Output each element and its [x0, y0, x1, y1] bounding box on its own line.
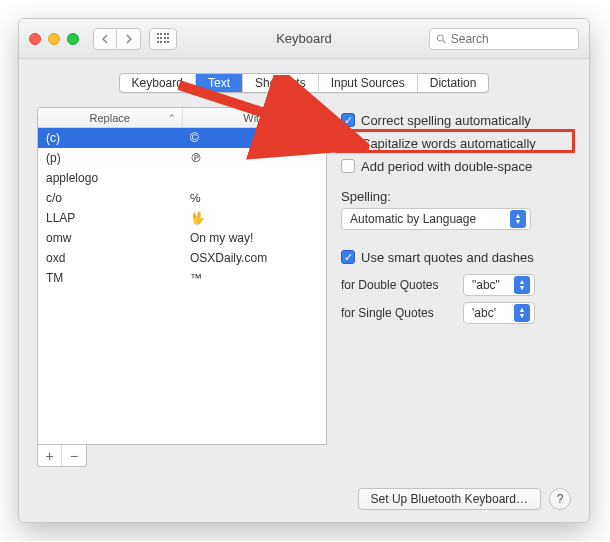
tab-input-sources[interactable]: Input Sources	[319, 74, 418, 92]
capitalize-label: Capitalize words automatically	[361, 136, 536, 151]
tab-bar: Keyboard Text Shortcuts Input Sources Di…	[19, 73, 589, 93]
forward-button[interactable]	[117, 28, 141, 50]
single-quotes-label: for Single Quotes	[341, 306, 457, 320]
correct-spelling-row[interactable]: ✓ Correct spelling automatically	[341, 109, 571, 131]
period-label: Add period with double-space	[361, 159, 532, 174]
table-row[interactable]: omwOn my way!	[38, 228, 326, 248]
preferences-window: Keyboard Keyboard Text Shortcuts Input S…	[18, 18, 590, 523]
close-window-button[interactable]	[29, 33, 41, 45]
tab-shortcuts[interactable]: Shortcuts	[243, 74, 319, 92]
updown-arrows-icon: ▲▼	[514, 304, 530, 322]
column-replace[interactable]: Replace ⌃	[38, 108, 183, 127]
single-quotes-row: for Single Quotes 'abc' ▲▼	[341, 302, 571, 324]
search-icon	[436, 33, 447, 45]
replacements-pane: Replace ⌃ With (c)© (p)℗ applelogo c/o℅ …	[37, 107, 327, 467]
correct-spelling-label: Correct spelling automatically	[361, 113, 531, 128]
spelling-select[interactable]: Automatic by Language ▲▼	[341, 208, 531, 230]
window-controls	[29, 33, 79, 45]
double-quotes-label: for Double Quotes	[341, 278, 457, 292]
table-row[interactable]: (c)©	[38, 128, 326, 148]
capitalize-row[interactable]: Capitalize words automatically	[341, 132, 571, 154]
table-row[interactable]: oxdOSXDaily.com	[38, 248, 326, 268]
checkbox-unchecked-icon[interactable]	[341, 136, 355, 150]
checkbox-unchecked-icon[interactable]	[341, 159, 355, 173]
table-row[interactable]: TM™	[38, 268, 326, 288]
bluetooth-keyboard-button[interactable]: Set Up Bluetooth Keyboard…	[358, 488, 541, 510]
back-button[interactable]	[93, 28, 117, 50]
spelling-label: Spelling:	[341, 189, 571, 204]
updown-arrows-icon: ▲▼	[514, 276, 530, 294]
search-field[interactable]	[429, 28, 579, 50]
replacements-table[interactable]: Replace ⌃ With (c)© (p)℗ applelogo c/o℅ …	[37, 107, 327, 445]
table-header: Replace ⌃ With	[38, 108, 326, 128]
table-row[interactable]: LLAP🖖	[38, 208, 326, 228]
updown-arrows-icon: ▲▼	[510, 210, 526, 228]
table-row[interactable]: c/o℅	[38, 188, 326, 208]
remove-button[interactable]: −	[62, 445, 86, 466]
table-body: (c)© (p)℗ applelogo c/o℅ LLAP🖖 omwOn my …	[38, 128, 326, 288]
tab-text[interactable]: Text	[196, 74, 243, 92]
single-quotes-select[interactable]: 'abc' ▲▼	[463, 302, 535, 324]
column-with[interactable]: With	[183, 108, 327, 127]
period-double-space-row[interactable]: Add period with double-space	[341, 155, 571, 177]
sort-caret-icon: ⌃	[168, 113, 176, 123]
chevron-right-icon	[125, 34, 133, 44]
chevron-left-icon	[101, 34, 109, 44]
double-quotes-row: for Double Quotes "abc" ▲▼	[341, 274, 571, 296]
show-all-button[interactable]	[149, 28, 177, 50]
tab-keyboard[interactable]: Keyboard	[120, 74, 196, 92]
double-quotes-select[interactable]: "abc" ▲▼	[463, 274, 535, 296]
add-button[interactable]: +	[38, 445, 62, 466]
checkbox-checked-icon[interactable]: ✓	[341, 250, 355, 264]
grid-icon	[157, 33, 169, 45]
footer: Set Up Bluetooth Keyboard… ?	[358, 488, 571, 510]
content-area: Replace ⌃ With (c)© (p)℗ applelogo c/o℅ …	[19, 103, 589, 467]
nav-buttons	[93, 28, 141, 50]
table-row[interactable]: (p)℗	[38, 148, 326, 168]
svg-line-1	[443, 40, 446, 43]
search-input[interactable]	[451, 32, 572, 46]
help-button[interactable]: ?	[549, 488, 571, 510]
tab-dictation[interactable]: Dictation	[418, 74, 489, 92]
titlebar: Keyboard	[19, 19, 589, 59]
svg-point-0	[437, 34, 443, 40]
smart-quotes-label: Use smart quotes and dashes	[361, 250, 534, 265]
table-row[interactable]: applelogo	[38, 168, 326, 188]
add-remove-bar: + −	[37, 445, 87, 467]
options-pane: ✓ Correct spelling automatically Capital…	[341, 107, 571, 467]
smart-quotes-row[interactable]: ✓ Use smart quotes and dashes	[341, 246, 571, 268]
window-title: Keyboard	[276, 31, 332, 46]
minimize-window-button[interactable]	[48, 33, 60, 45]
segmented-control: Keyboard Text Shortcuts Input Sources Di…	[119, 73, 490, 93]
checkbox-checked-icon[interactable]: ✓	[341, 113, 355, 127]
zoom-window-button[interactable]	[67, 33, 79, 45]
